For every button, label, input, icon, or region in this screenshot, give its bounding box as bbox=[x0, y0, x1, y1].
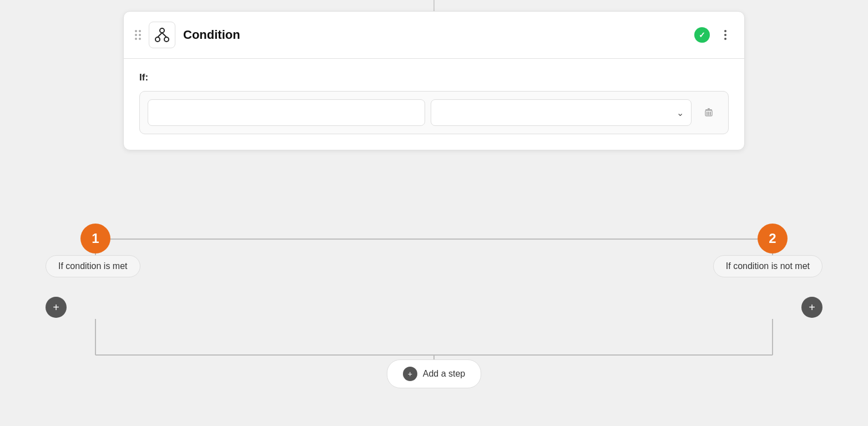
if-label: If: bbox=[139, 72, 729, 83]
add-step-plus-icon: + bbox=[403, 367, 417, 381]
add-step-button[interactable]: + Add a step bbox=[387, 359, 482, 388]
svg-line-3 bbox=[158, 33, 162, 37]
svg-rect-7 bbox=[710, 111, 711, 115]
condition-card: Condition If: bbox=[123, 11, 745, 150]
top-connector-line bbox=[433, 0, 435, 11]
condition-select-wrapper: ⌄ bbox=[431, 99, 692, 126]
svg-point-0 bbox=[160, 28, 164, 33]
svg-point-1 bbox=[155, 37, 160, 42]
branch-number-2: 2 bbox=[758, 224, 788, 253]
delete-condition-button[interactable] bbox=[697, 101, 720, 124]
status-check-icon bbox=[694, 27, 710, 43]
svg-rect-5 bbox=[706, 111, 708, 115]
svg-point-2 bbox=[164, 37, 169, 42]
svg-line-4 bbox=[162, 33, 166, 37]
add-left-branch-button[interactable]: + bbox=[46, 297, 67, 318]
condition-row-container: ⌄ bbox=[139, 91, 729, 134]
condition-operator-select[interactable] bbox=[431, 99, 692, 126]
workflow-canvas: Condition If: bbox=[0, 0, 868, 426]
branch-number-1: 1 bbox=[80, 224, 110, 253]
drag-handle[interactable] bbox=[135, 30, 141, 40]
card-body: If: ⌄ bbox=[124, 59, 744, 150]
card-header: Condition bbox=[124, 12, 744, 59]
add-right-branch-button[interactable]: + bbox=[801, 297, 822, 318]
svg-rect-9 bbox=[708, 108, 710, 109]
trash-icon bbox=[703, 106, 715, 119]
if-condition-not-met-label: If condition is not met bbox=[713, 255, 822, 277]
card-title: Condition bbox=[183, 28, 694, 42]
condition-row: ⌄ bbox=[148, 99, 720, 126]
branch-labels-row: If condition is met If condition is not … bbox=[46, 255, 822, 277]
condition-left-input[interactable] bbox=[148, 99, 425, 126]
if-condition-met-label: If condition is met bbox=[46, 255, 140, 277]
condition-icon-box bbox=[149, 22, 175, 48]
add-step-label: Add a step bbox=[423, 369, 466, 379]
svg-rect-6 bbox=[708, 111, 709, 115]
more-menu-button[interactable] bbox=[718, 27, 733, 43]
condition-svg-icon bbox=[154, 27, 170, 43]
add-buttons-row: + + bbox=[46, 297, 822, 318]
